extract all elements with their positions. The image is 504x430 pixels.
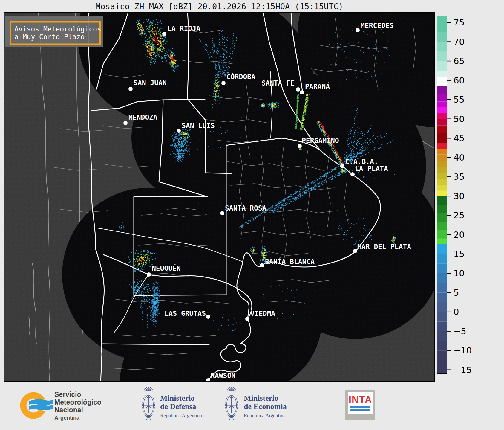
colorbar-segment xyxy=(437,254,447,264)
city-dot xyxy=(353,249,357,253)
colorbar-segment xyxy=(437,173,447,179)
colorbar-segment xyxy=(437,244,447,254)
colorbar-tick-label: 30 xyxy=(454,191,465,201)
colorbar-tick-label: 50 xyxy=(454,114,465,124)
colorbar-tick-label: 75 xyxy=(454,17,465,28)
defensa-title-line2: de Defensa xyxy=(160,402,202,411)
colorbar-segment xyxy=(437,161,447,167)
colorbar-segment xyxy=(437,239,447,244)
economia-title-line1: Ministerio xyxy=(244,394,287,402)
city-label: CÓRDOBA xyxy=(226,73,255,81)
colorbar-tick-label: 65 xyxy=(454,56,465,66)
colorbar-segment xyxy=(437,143,447,149)
city-dot xyxy=(356,28,360,32)
colorbar-segment xyxy=(437,264,447,273)
colorbar-tick-label: 35 xyxy=(454,172,465,182)
inta-bar-2 xyxy=(350,409,370,411)
colorbar-segment xyxy=(437,107,447,113)
colorbar-segment xyxy=(437,113,447,119)
reflectivity-colorbar: 757065605550454035302520151050−5−10−15 xyxy=(437,16,472,375)
inta-bar-1 xyxy=(350,406,370,408)
colorbar-tick-label: 15 xyxy=(454,249,465,259)
smn-name-line3: Nacional xyxy=(54,406,101,414)
economia-title-line2: de Economía xyxy=(244,402,287,411)
colorbar-segment xyxy=(437,191,447,196)
colorbar-segment xyxy=(437,32,447,42)
colorbar-tick-label: 45 xyxy=(454,133,465,143)
colorbar-segment xyxy=(437,213,447,222)
city-label: LAS GRUTAS xyxy=(165,309,206,317)
smn-logo-text: Servicio Meteorológico Nacional Argentin… xyxy=(54,391,101,421)
colorbar-segment xyxy=(437,149,447,154)
inta-logo: INTA xyxy=(345,390,375,420)
colorbar-segment xyxy=(437,167,447,173)
radar-mosaic-map: MERCEDESLA RIOJASAN JUANCÓRDOBASANTA FEP… xyxy=(0,0,504,430)
city-label: MAR DEL PLATA xyxy=(357,243,411,251)
city-dot xyxy=(296,87,300,92)
colorbar-tick-label: 55 xyxy=(454,94,465,105)
city-dot xyxy=(147,272,151,277)
smn-name-line2: Meteorológico xyxy=(54,398,101,406)
city-label: NEUQUÉN xyxy=(152,264,181,272)
colorbar-segment xyxy=(437,185,447,191)
defensa-coat-of-arms xyxy=(140,386,157,423)
city-label: PARANÁ xyxy=(305,82,330,90)
warnings-banner-line2: a Muy Corto Plazo xyxy=(14,33,85,41)
colorbar-segment xyxy=(437,205,447,213)
colorbar-segment xyxy=(437,61,447,71)
colorbar-segment xyxy=(437,302,447,312)
colorbar-segment xyxy=(437,341,447,350)
colorbar-segment xyxy=(437,273,447,283)
city-dot xyxy=(177,129,181,133)
colorbar-segment xyxy=(437,230,447,239)
city-dot xyxy=(128,87,133,91)
city-dot xyxy=(206,315,210,319)
city-label: SANTA FE xyxy=(261,79,295,87)
city-dot xyxy=(162,32,166,36)
colorbar-tick-label: 5 xyxy=(454,288,459,298)
city-dot xyxy=(350,172,355,176)
colorbar-segment xyxy=(437,42,447,51)
colorbar-segment xyxy=(437,283,447,292)
economia-coat-of-arms xyxy=(223,386,240,423)
city-dot xyxy=(123,121,128,125)
colorbar-segment xyxy=(437,321,447,331)
defensa-title-line1: Ministerio xyxy=(160,394,202,402)
colorbar-tick-label: 40 xyxy=(454,153,465,163)
colorbar-tick-label: 20 xyxy=(454,230,465,240)
inta-wordmark: INTA xyxy=(349,395,372,405)
colorbar-tick-label: 25 xyxy=(454,210,465,220)
city-dot xyxy=(221,81,226,85)
colorbar-segment xyxy=(437,155,447,161)
colorbar-segment xyxy=(437,71,447,77)
warnings-banner-line1: Avisos Meteorológicos xyxy=(14,25,101,33)
city-dot xyxy=(340,164,344,168)
city-label: SANTA ROSA xyxy=(225,204,266,212)
defensa-logo-text: Ministerio de Defensa República Argentin… xyxy=(160,394,202,419)
city-dot xyxy=(260,263,264,267)
smn-country: Argentina xyxy=(54,415,101,421)
colorbar-segment xyxy=(437,86,447,94)
city-label: SAN JUAN xyxy=(134,79,167,87)
colorbar-segment xyxy=(437,94,447,102)
colorbar-tick-label: −15 xyxy=(454,365,472,375)
colorbar-segment xyxy=(437,126,447,133)
colorbar-segment xyxy=(437,196,447,205)
colorbar-segment xyxy=(437,312,447,321)
economia-subtitle: República Argentina xyxy=(244,413,287,419)
colorbar-tick-label: −10 xyxy=(454,345,472,356)
city-dot xyxy=(245,317,249,321)
colorbar-tick-label: 60 xyxy=(454,75,465,86)
colorbar-segment xyxy=(437,77,447,86)
warnings-banner[interactable]: Avisos Meteorológicos a Muy Corto Plazo xyxy=(5,16,103,47)
defensa-subtitle: República Argentina xyxy=(160,413,202,419)
colorbar-tick-label: 10 xyxy=(454,268,465,278)
colorbar-tick-label: 70 xyxy=(454,37,465,47)
city-dot xyxy=(298,144,302,148)
city-label: LA RIOJA xyxy=(167,25,200,32)
colorbar-segment xyxy=(437,331,447,341)
city-label: MENDOZA xyxy=(128,113,157,121)
colorbar-segment xyxy=(437,360,447,374)
smn-name-line1: Servicio xyxy=(54,391,101,398)
radar-product-page: Mosaico ZH MAX [dBZ] 20.01.2026 12:15HOA… xyxy=(0,0,504,430)
